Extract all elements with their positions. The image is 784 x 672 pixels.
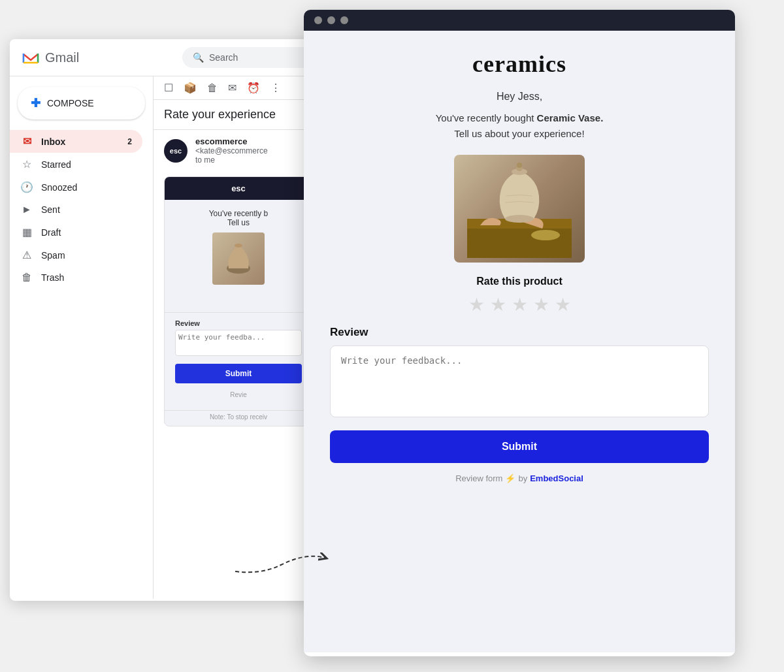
preview-text1: You've recently b	[175, 209, 302, 218]
snoozed-label: Snoozed	[41, 182, 77, 193]
stars-row[interactable]: ★ ★ ★ ★ ★	[330, 294, 709, 315]
preview-text2: Tell us	[175, 218, 302, 227]
sent-label: Sent	[41, 204, 60, 215]
sidebar-item-snoozed[interactable]: 🕐 Snoozed	[10, 176, 142, 199]
preview-submit-button[interactable]: Submit	[175, 364, 302, 383]
compose-label: COMPOSE	[47, 98, 94, 108]
delete-icon[interactable]: 🗑	[207, 82, 218, 94]
rate-section: Rate this product ★ ★ ★ ★ ★	[330, 276, 709, 315]
preview-review-textarea[interactable]	[175, 330, 302, 356]
email-sender-row: esc escommerce <kate@escommerce to me	[154, 130, 323, 171]
inbox-badge: 2	[127, 137, 132, 146]
svg-point-5	[531, 230, 560, 240]
star-2[interactable]: ★	[490, 294, 506, 315]
embedsocial-link[interactable]: EmbedSocial	[530, 473, 583, 483]
preview-product-image-container	[175, 227, 302, 290]
checkbox-icon[interactable]: ☐	[164, 82, 173, 94]
sidebar-item-draft[interactable]: ▦ Draft	[10, 221, 142, 244]
sidebar-item-trash[interactable]: 🗑 Trash	[10, 266, 142, 289]
svg-point-7	[505, 215, 534, 223]
email-toolbar: ☐ 📦 🗑 ✉ ⏰ ⋮	[154, 76, 323, 100]
star-5[interactable]: ★	[555, 294, 571, 315]
dashed-arrow-svg	[222, 539, 340, 578]
footer-review-form-text: Review form	[455, 473, 502, 483]
footer-by-text: by	[518, 473, 527, 483]
sidebar-item-starred[interactable]: ☆ Starred	[10, 153, 142, 176]
spam-label: Spam	[41, 250, 65, 261]
search-label: Search	[209, 52, 238, 63]
preview-product-image	[212, 232, 265, 285]
preview-footer-text: Revie	[175, 389, 302, 404]
email-subject: Rate your experience	[154, 100, 323, 130]
draft-icon: ▦	[20, 226, 33, 238]
sender-name: escommerce	[195, 136, 268, 146]
product-image-container	[330, 155, 709, 263]
gmail-sidebar: ✚ COMPOSE ✉ Inbox 2 ☆ Starred 🕐 Snoozed …	[10, 76, 154, 599]
review-textarea[interactable]	[330, 345, 709, 417]
preview-review-label: Review	[175, 319, 302, 327]
form-body: ceramics Hey Jess, You've recently bough…	[304, 31, 735, 652]
window-dot-2	[327, 16, 335, 24]
clock-icon: 🕐	[20, 181, 33, 193]
message-text: You've recently bought Ceramic Vase. Tel…	[330, 110, 709, 142]
product-image	[454, 155, 585, 263]
compose-button[interactable]: ✚ COMPOSE	[18, 87, 145, 120]
starred-label: Starred	[41, 159, 71, 170]
gmail-header: Gmail 🔍 Search	[10, 39, 323, 76]
inbox-label: Inbox	[41, 136, 65, 147]
archive-icon[interactable]: 📦	[184, 82, 197, 94]
star-4[interactable]: ★	[533, 294, 549, 315]
more-icon[interactable]: ⋮	[270, 82, 281, 94]
sidebar-item-inbox[interactable]: ✉ Inbox 2	[10, 130, 142, 153]
svg-point-11	[517, 163, 522, 168]
snooze-icon[interactable]: ⏰	[247, 82, 260, 94]
review-label: Review	[330, 326, 709, 339]
gmail-search-bar[interactable]: 🔍 Search	[182, 47, 313, 68]
ceramic-vase-svg	[467, 160, 572, 258]
brand-name: ceramics	[330, 50, 709, 78]
form-footer: Review form ⚡ by EmbedSocial	[330, 473, 709, 483]
star-1[interactable]: ★	[468, 294, 485, 315]
preview-card-body: You've recently b Tell us	[165, 200, 312, 312]
message-line2: Tell us about your experience!	[454, 128, 584, 139]
sender-info: escommerce <kate@escommerce to me	[195, 136, 268, 165]
compose-plus-icon: ✚	[31, 96, 41, 110]
preview-note-text: Note: To stop receiv	[165, 410, 312, 426]
email-icon[interactable]: ✉	[228, 82, 237, 94]
spam-icon: ⚠	[20, 249, 33, 261]
review-section: Review	[330, 326, 709, 420]
product-name: Ceramic Vase.	[537, 112, 604, 123]
sender-avatar: esc	[164, 139, 188, 163]
vase-preview-icon	[219, 239, 258, 278]
window-titlebar	[304, 10, 735, 31]
preview-card-header: esc	[165, 177, 312, 200]
gmail-title-text: Gmail	[45, 50, 79, 65]
message-line1: You've recently bought	[436, 112, 537, 123]
send-icon: ►	[20, 204, 33, 216]
sender-email: <kate@escommerce	[195, 146, 268, 155]
gmail-m-icon	[20, 47, 41, 68]
gmail-window: Gmail 🔍 Search ✚ COMPOSE ✉ Inbox 2 ☆ Sta…	[10, 39, 323, 601]
star-3[interactable]: ★	[512, 294, 528, 315]
search-icon: 🔍	[193, 52, 204, 63]
trash-icon: 🗑	[20, 272, 33, 283]
trash-label: Trash	[41, 272, 64, 283]
inbox-icon: ✉	[20, 135, 33, 148]
svg-point-2	[235, 244, 242, 248]
email-form-window: ceramics Hey Jess, You've recently bough…	[304, 10, 735, 656]
arrow-container	[222, 539, 340, 581]
draft-label: Draft	[41, 227, 61, 238]
window-dot-1	[314, 16, 322, 24]
greeting-text: Hey Jess,	[330, 91, 709, 103]
preview-brand: esc	[231, 184, 246, 193]
gmail-email-content: ☐ 📦 🗑 ✉ ⏰ ⋮ Rate your experience esc esc…	[154, 76, 323, 599]
window-dot-3	[340, 16, 348, 24]
star-icon: ☆	[20, 158, 33, 170]
to-me-label: to me	[195, 155, 268, 165]
lightning-icon: ⚡	[505, 473, 515, 483]
sidebar-item-spam[interactable]: ⚠ Spam	[10, 244, 142, 266]
submit-button[interactable]: Submit	[330, 430, 709, 463]
gmail-logo: Gmail	[20, 47, 79, 68]
rate-title: Rate this product	[330, 276, 709, 287]
sidebar-item-sent[interactable]: ► Sent	[10, 199, 142, 221]
